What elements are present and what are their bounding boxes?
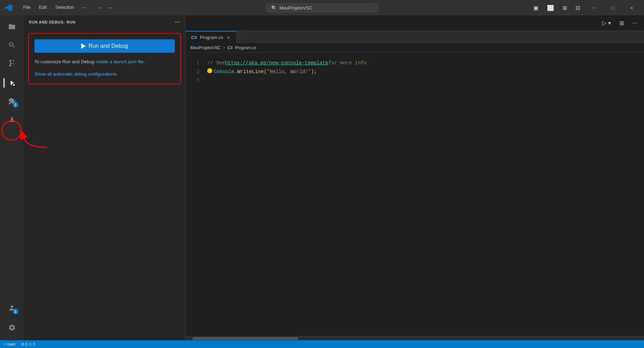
titlebar: File Edit Selection ··· ← → 🔍 MeuProjeto… [0,0,644,15]
status-bar: ⑂ main ⊘ 0 ⚠ 0 [0,340,644,348]
run-debug-button-label: Run and Debug [89,43,128,49]
titlebar-right: ▣ ⬜ ⊞ ⊟ − □ × [428,0,640,15]
vscode-logo-icon [4,4,13,12]
extensions-badge: 1 [13,102,18,108]
editor-scrollbar[interactable] [186,336,644,340]
global-search-bar[interactable]: 🔍 MeuProjetoVSC [266,4,378,12]
layout-icon[interactable]: ⊞ [560,3,570,13]
url-link[interactable]: https://aka.ms/new-console-template [225,59,328,67]
accounts-icon[interactable]: 1 [4,299,20,316]
sidebar-item-source-control[interactable] [4,55,20,72]
titlebar-left: File Edit Selection ··· ← → [4,3,216,12]
sidebar-item-testing[interactable] [4,111,20,128]
main-content: 1 1 RUN AND DEBUG: RUN ··· Run and Debug [0,15,644,340]
code-line-3 [207,76,644,85]
accounts-badge: 1 [13,309,18,314]
semicolon: ; [314,67,317,76]
sidebar-more-button[interactable]: ··· [175,19,180,25]
scrollbar-thumb[interactable] [193,337,298,340]
tab-close-button[interactable]: × [226,34,231,41]
sidebar-panel: RUN AND DEBUG: RUN ··· Run and Debug To … [24,15,186,340]
code-line-2: Console . WriteLine ( "Hello, World!" ) … [207,67,644,76]
empty-line [207,76,210,85]
breadcrumb-project: MeuProjetoVSC [190,45,221,50]
menu-more[interactable]: ··· [79,3,89,12]
description-period: . [144,59,145,64]
menu-edit[interactable]: Edit [35,3,50,12]
line-numbers: 1 2 3 [186,52,204,336]
comment-text: // See [207,59,225,67]
menu-selection[interactable]: Selection [52,3,77,12]
code-editor: 1 2 3 // See https://aka.ms/new-console-… [186,52,644,336]
close-paren: ) [311,67,314,76]
breadcrumb: MeuProjetoVSC > C# Program.cs [186,43,644,52]
settings-icon[interactable] [4,319,20,336]
class-name: Console [214,67,234,76]
search-icon: 🔍 [271,5,277,11]
run-triangle-icon [81,43,86,49]
status-branch[interactable]: ⑂ main [4,342,15,346]
menu-file[interactable]: File [20,3,34,12]
code-line-1: // See https://aka.ms/new-console-templa… [207,59,644,67]
editor-area: ▷ ▾ ⊞ ··· C# Program.cs × MeuProjetoVSC … [186,15,644,340]
activity-bar-bottom: 1 [4,299,20,340]
cs-file-icon: C# [191,35,197,40]
panel-toggle-icon[interactable]: ⬜ [544,3,557,13]
breadcrumb-file: Program.cs [235,45,256,50]
open-paren: ( [264,67,267,76]
layout-toggle-icon[interactable]: ▣ [531,3,541,13]
status-errors[interactable]: ⊘ 0 ⚠ 0 [21,342,35,347]
activity-bar: 1 1 [0,15,24,340]
run-and-debug-button[interactable]: Run and Debug [34,39,175,53]
show-auto-debug-link[interactable]: Show all automatic debug configurations. [34,71,175,78]
nav-forward-icon[interactable]: → [106,4,112,12]
tab-label: Program.cs [200,35,223,40]
breadcrumb-cs-icon: C# [227,45,233,50]
lightbulb-icon[interactable] [207,68,212,73]
method-name: WriteLine [237,67,264,76]
run-split-button[interactable]: ▷ ▾ [599,18,613,28]
search-text: MeuProjetoVSC [280,5,312,11]
tab-program-cs[interactable]: C# Program.cs × [186,31,237,43]
code-content[interactable]: // See https://aka.ms/new-console-templa… [204,52,644,336]
close-button[interactable]: × [624,0,640,15]
comment-text-2: for more info [328,59,366,67]
sidebar-item-explorer[interactable] [4,18,20,35]
line-number-1: 1 [186,59,200,67]
titlebar-center: 🔍 MeuProjetoVSC [216,4,428,12]
sidebar-title: RUN AND DEBUG: RUN [29,20,76,24]
run-debug-box: Run and Debug To customize Run and Debug… [28,33,181,84]
sidebar-item-search[interactable] [4,37,20,53]
nav-back-icon[interactable]: ← [98,4,104,12]
breadcrumb-separator: > [223,45,225,50]
description-text: To customize Run and Debug [34,59,96,64]
maximize-button[interactable]: □ [605,0,621,15]
window-nav: ← → [98,4,112,12]
more-layout-icon[interactable]: ⊟ [573,3,583,13]
sidebar-description: To customize Run and Debug create a laun… [34,58,175,66]
sidebar-header: RUN AND DEBUG: RUN ··· [24,15,185,29]
editor-toolbar: ▷ ▾ ⊞ ··· [186,15,644,31]
menu-bar: File Edit Selection ··· [20,3,89,12]
tab-bar: C# Program.cs × [186,31,644,43]
minimize-button[interactable]: − [586,0,602,15]
dot-separator: . [234,67,237,76]
sidebar-item-extensions[interactable]: 1 [4,93,20,110]
create-launch-json-link[interactable]: create a launch.json file [96,59,144,64]
string-value: "Hello, World!" [267,67,311,76]
line-number-2: 2 [186,67,200,76]
editor-more-button[interactable]: ··· [630,19,640,28]
line-number-3: 3 [186,76,200,85]
sidebar-item-run-debug[interactable] [4,75,20,91]
split-editor-button[interactable]: ⊞ [617,18,627,28]
